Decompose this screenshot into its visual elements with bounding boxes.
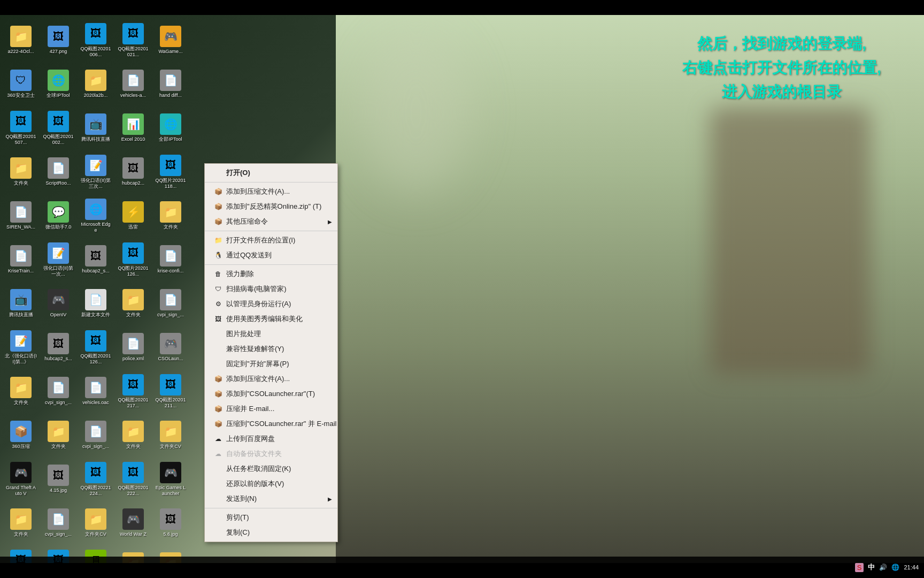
context-menu-item-compatibility[interactable]: 兼容性疑难解答(Y) bbox=[205, 341, 337, 356]
icon-image-icon27: 📝 bbox=[48, 242, 69, 264]
desktop-icon-icon21[interactable]: 📄SIREN_WA... bbox=[3, 194, 39, 237]
desktop-icon-icon12[interactable]: 🖼QQ截图20201002... bbox=[40, 107, 76, 149]
desktop-icon-icon55[interactable]: 🎮Epic Games Launcher bbox=[152, 458, 189, 500]
desktop-icon-icon18[interactable]: 📝强化口语(II)第三次... bbox=[78, 150, 114, 193]
icon-label-icon15: 全部IPTool bbox=[159, 136, 182, 142]
desktop-icon-icon13[interactable]: 📺腾讯科技直播 bbox=[78, 107, 114, 149]
desktop-icon-icon27[interactable]: 📝强化口语(II)第一次... bbox=[40, 238, 76, 281]
desktop-icon-icon14[interactable]: 📊Excel 2010 bbox=[115, 107, 151, 149]
desktop-icon-icon16[interactable]: 📁文件夹 bbox=[3, 150, 39, 193]
desktop-icon-icon49[interactable]: 📁文件夹 bbox=[115, 414, 151, 457]
context-menu-item-open-location[interactable]: 📁打开文件所在的位置(I) bbox=[205, 233, 337, 248]
desktop-icon-icon29[interactable]: 🖼QQ图片20201126... bbox=[115, 238, 151, 281]
desktop-icon-icon60[interactable]: 🖼5.6.jpg bbox=[152, 501, 189, 544]
context-menu-item-upload-baidu[interactable]: ☁上传到百度网盘 bbox=[205, 431, 337, 446]
desktop-icon-icon40[interactable]: 🎮CSOLaun... bbox=[152, 326, 189, 369]
desktop-icon-icon1[interactable]: 📁a222-4Ocl... bbox=[3, 19, 39, 62]
desktop-icon-icon41[interactable]: 📁文件夹 bbox=[3, 370, 39, 413]
desktop-icon-icon43[interactable]: 📄vehicles.oac bbox=[78, 370, 114, 413]
desktop-icon-icon32[interactable]: 🎮OpenIV bbox=[40, 282, 76, 325]
context-menu-item-add-zip[interactable]: 📦添加到压缩文件(A)... bbox=[205, 184, 337, 199]
desktop-icon-icon4[interactable]: 🖼QQ截图20201021... bbox=[115, 19, 151, 62]
context-menu-item-unpin-taskbar[interactable]: 从任务栏取消固定(K) bbox=[205, 461, 337, 476]
desktop-icon-icon26[interactable]: 📄KriseTrain... bbox=[3, 238, 39, 281]
desktop-icon-icon57[interactable]: 📄cvpi_sign_... bbox=[40, 501, 76, 544]
cm-icon-spacer-copy bbox=[213, 528, 223, 537]
context-menu-item-run-admin[interactable]: ⚙以管理员身份运行(A) bbox=[205, 296, 337, 311]
desktop-icon-icon33[interactable]: 📄新建文本文件 bbox=[78, 282, 114, 325]
context-menu-item-add-zip2[interactable]: 📦添加到压缩文件(A)... bbox=[205, 371, 337, 386]
desktop-icon-icon30[interactable]: 📄krise-confi... bbox=[152, 238, 189, 281]
icon-image-icon33: 📄 bbox=[85, 289, 106, 310]
desktop-icon-icon23[interactable]: 🌐Microsoft Edge bbox=[78, 194, 114, 237]
context-menu-item-beautify[interactable]: 🖼使用美图秀秀编辑和美化 bbox=[205, 311, 337, 326]
desktop-icon-icon36[interactable]: 📝北《强化口语(II)第...》 bbox=[3, 326, 39, 369]
desktop-icon-icon6[interactable]: 🛡360安全卫士 bbox=[3, 63, 39, 105]
desktop-icon-icon58[interactable]: 📁文件夹CV bbox=[78, 501, 114, 544]
desktop-icon-icon2[interactable]: 🖼427.png bbox=[40, 19, 76, 62]
desktop-icon-icon9[interactable]: 📄vehicles-a... bbox=[115, 63, 151, 105]
desktop-icon-icon31[interactable]: 📺腾讯快直播 bbox=[3, 282, 39, 325]
context-menu-item-send-to[interactable]: 发送到(N)▶ bbox=[205, 491, 337, 506]
context-menu-item-pin-start[interactable]: 固定到"开始"屏幕(P) bbox=[205, 356, 337, 371]
context-menu-item-add-rar2[interactable]: 📦添加到"CSOLauncher.rar"(T) bbox=[205, 386, 337, 401]
desktop-icon-icon51[interactable]: 🎮Grand Theft Auto V bbox=[3, 458, 39, 500]
context-menu-item-strong-delete[interactable]: 🗑强力删除 bbox=[205, 267, 337, 282]
cm-label-run-admin: 以管理员身份运行(A) bbox=[226, 299, 291, 309]
desktop-icon-icon11[interactable]: 🖼QQ截图20201507... bbox=[3, 107, 39, 149]
desktop-icon-icon19[interactable]: 🖼hubcap2... bbox=[115, 150, 151, 193]
desktop-icon-icon47[interactable]: 📁文件夹 bbox=[40, 414, 76, 457]
desktop-icon-icon20[interactable]: 🖼QQ图片20201118... bbox=[152, 150, 189, 193]
desktop-icon-icon46[interactable]: 📦360压缩 bbox=[3, 414, 39, 457]
context-menu-item-zip-email[interactable]: 📦压缩并 E-mail... bbox=[205, 401, 337, 416]
icon-image-icon40: 🎮 bbox=[160, 333, 181, 354]
icon-image-icon20: 🖼 bbox=[160, 155, 181, 176]
context-menu-item-send-qq[interactable]: 🐧通过QQ发送到 bbox=[205, 248, 337, 263]
context-menu-item-add-rar[interactable]: 📦添加到"反恐精英Online.zip" (T) bbox=[205, 199, 337, 214]
desktop-icon-icon10[interactable]: 📄hand diff... bbox=[152, 63, 189, 105]
context-menu-item-scan-virus[interactable]: 🛡扫描病毒(电脑管家) bbox=[205, 282, 337, 296]
desktop-icon-icon52[interactable]: 🖼4.15.jpg bbox=[40, 458, 76, 500]
desktop-icon-icon35[interactable]: 📄cvpi_sign_... bbox=[152, 282, 189, 325]
desktop-icon-icon24[interactable]: ⚡迅雷 bbox=[115, 194, 151, 237]
desktop-icon-icon8[interactable]: 📁2020la2b... bbox=[78, 63, 114, 105]
desktop-icon-icon34[interactable]: 📁文件夹 bbox=[115, 282, 151, 325]
desktop-icon-icon25[interactable]: 📁文件夹 bbox=[152, 194, 189, 237]
icon-label-icon3: QQ截图20201006... bbox=[80, 46, 112, 58]
desktop-icon-icon28[interactable]: 🖼hubcap2_s... bbox=[78, 238, 114, 281]
desktop-icon-icon53[interactable]: 🖼QQ截图20221224... bbox=[78, 458, 114, 500]
desktop-icon-icon37[interactable]: 🖼hubcap2_s... bbox=[40, 326, 76, 369]
desktop-icon-icon38[interactable]: 🖼QQ截图20201126... bbox=[78, 326, 114, 369]
top-black-bar bbox=[0, 0, 924, 15]
context-menu-item-cut[interactable]: 剪切(T) bbox=[205, 510, 337, 525]
desktop-icon-icon50[interactable]: 📁文件夹CV bbox=[152, 414, 189, 457]
desktop-icon-icon44[interactable]: 🖼QQ截图20201217... bbox=[115, 370, 151, 413]
icon-image-icon14: 📊 bbox=[122, 113, 144, 135]
desktop-icon-icon17[interactable]: 📄ScriptRoo... bbox=[40, 150, 76, 193]
desktop-icon-icon45[interactable]: 🖼QQ截图20201211... bbox=[152, 370, 189, 413]
icon-image-icon22: 💬 bbox=[48, 201, 69, 223]
icon-label-icon2: 427.png bbox=[50, 49, 67, 55]
desktop-icon-icon59[interactable]: 🎮World War Z bbox=[115, 501, 151, 544]
context-menu-item-zip-rar-email[interactable]: 📦压缩到"CSOLauncher.rar" 并 E-mail bbox=[205, 416, 337, 431]
desktop-icon-icon5[interactable]: 🎮WaGame... bbox=[152, 19, 189, 62]
context-menu-item-open[interactable]: 打开(O) bbox=[205, 165, 337, 180]
desktop-icon-icon56[interactable]: 📁文件夹 bbox=[3, 501, 39, 544]
context-menu-item-other-cmd[interactable]: 📦其他压缩命令▶ bbox=[205, 214, 337, 229]
desktop-icon-icon42[interactable]: 📄cvpi_sign_... bbox=[40, 370, 76, 413]
desktop-icon-icon7[interactable]: 🌐全球IPTool bbox=[40, 63, 76, 105]
context-menu-item-copy[interactable]: 复制(C) bbox=[205, 525, 337, 540]
desktop-icon-icon54[interactable]: 🖼QQ截图20201222... bbox=[115, 458, 151, 500]
desktop-icon-icon15[interactable]: 🌐全部IPTool bbox=[152, 107, 189, 149]
desktop-icon-icon3[interactable]: 🖼QQ截图20201006... bbox=[78, 19, 114, 62]
context-menu-item-img-process[interactable]: 图片批处理 bbox=[205, 326, 337, 341]
taskbar-volume[interactable]: 🔊 bbox=[879, 564, 887, 571]
taskbar-lang[interactable]: 中 bbox=[868, 562, 875, 572]
context-menu-item-restore-prev[interactable]: 还原以前的版本(V) bbox=[205, 476, 337, 491]
desktop-icon-icon48[interactable]: 📄cvpi_sign_... bbox=[78, 414, 114, 457]
icon-label-icon27: 强化口语(II)第一次... bbox=[42, 265, 74, 277]
taskbar-network[interactable]: 🌐 bbox=[891, 564, 899, 571]
desktop-icon-icon39[interactable]: 📄police.xml bbox=[115, 326, 151, 369]
taskbar-icon-5[interactable]: S bbox=[855, 563, 864, 572]
desktop-icon-icon22[interactable]: 💬微信助手7.0 bbox=[40, 194, 76, 237]
